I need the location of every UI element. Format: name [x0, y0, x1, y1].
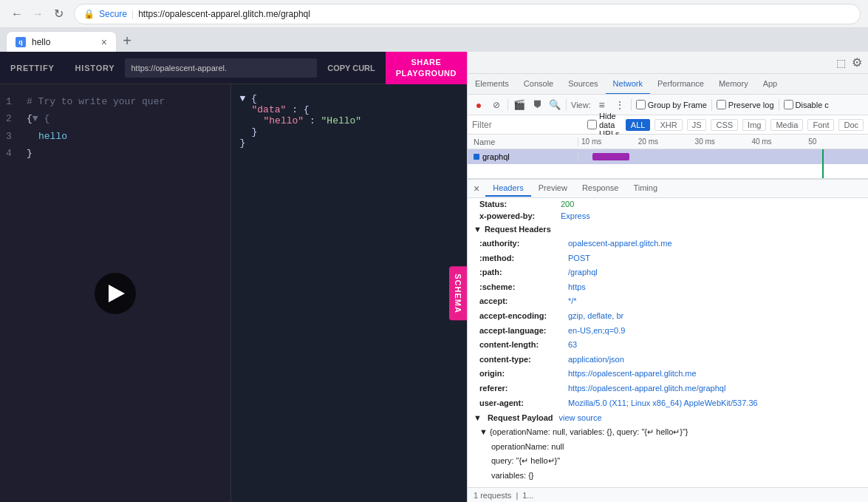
toolbar-divider-2 — [566, 99, 567, 111]
disable-cache-checkbox[interactable] — [784, 100, 793, 109]
filter-css-button[interactable]: CSS — [711, 119, 738, 131]
group-by-frame-text: Group by Frame — [648, 101, 707, 109]
header-accept-encoding: accept-encoding: gzip, deflate, br — [468, 309, 868, 324]
schema-tab[interactable]: SCHEMA — [449, 266, 467, 321]
reload-button[interactable]: ↻ — [49, 4, 68, 24]
content-type-value: application/json — [568, 353, 624, 367]
x-powered-by-row: x-powered-by: Express — [468, 210, 868, 222]
screenshot-button[interactable]: 🎬 — [513, 98, 526, 112]
endpoint-input[interactable] — [125, 58, 317, 78]
tick-30ms: 30 ms — [695, 138, 752, 146]
tab-close-icon[interactable]: × — [101, 36, 107, 48]
line-num-2: 2 — [6, 110, 18, 127]
request-headers-title: ▼ Request Headers — [468, 222, 868, 237]
line-num-4: 4 — [6, 145, 18, 162]
filter-input[interactable] — [472, 120, 583, 130]
search-button[interactable]: 🔍 — [548, 98, 561, 112]
filter-toggle-button[interactable]: ⛊ — [530, 98, 544, 112]
lock-icon: 🔒 — [83, 9, 95, 19]
header-path: :path: /graphql — [468, 265, 868, 280]
new-tab-button[interactable]: + — [117, 31, 137, 52]
list-view-button[interactable]: ≡ — [595, 98, 609, 112]
wf-timeline: 10 ms 20 ms 30 ms 40 ms 50 — [578, 138, 868, 146]
prettify-button[interactable]: PRETTIFY — [0, 59, 65, 77]
details-tab-preview[interactable]: Preview — [531, 180, 575, 197]
details-tab-response[interactable]: Response — [575, 180, 626, 197]
tab-bar: q hello × + — [0, 28, 868, 52]
filter-doc-button[interactable]: Doc — [838, 119, 864, 131]
play-button[interactable] — [95, 273, 136, 314]
hello-key: "hello" — [264, 115, 304, 126]
header-content-type: content-type: application/json — [468, 353, 868, 367]
devtools-tabs-bar: Elements Console Sources Network Perform… — [468, 74, 868, 95]
status-row: Status: 200 — [468, 198, 868, 210]
filter-media-button[interactable]: Media — [770, 119, 803, 131]
copy-curl-button[interactable]: COPY CURL — [317, 59, 386, 77]
devtools-dock-icon[interactable]: ⬚ — [836, 57, 846, 69]
details-tab-timing[interactable]: Timing — [626, 180, 665, 197]
net-waterfall-cell — [578, 152, 868, 162]
payload-variables: variables: {} — [468, 469, 868, 484]
user-agent-value: Mozilla/5.0 (X11; Linux x86_64) AppleWeb… — [568, 397, 758, 410]
group-by-frame-checkbox[interactable] — [636, 100, 646, 109]
payload-title-text: Request Payload — [488, 413, 553, 422]
net-row-name: graphql — [482, 152, 510, 161]
waterfall-green-line — [822, 149, 824, 178]
tab-app[interactable]: App — [756, 74, 785, 95]
accept-value: */* — [568, 295, 577, 308]
preserve-log-checkbox[interactable] — [717, 100, 726, 109]
stop-recording-button[interactable]: ⊘ — [490, 98, 503, 112]
hide-data-urls-checkbox[interactable] — [587, 120, 597, 129]
group-by-frame-label[interactable]: Group by Frame — [636, 100, 707, 109]
back-button[interactable]: ← — [7, 4, 27, 24]
filter-img-button[interactable]: Img — [742, 119, 766, 131]
devtools-gear-icon[interactable]: ⚙ — [852, 55, 862, 69]
editor-line-3: 3 hello — [6, 128, 225, 145]
header-user-agent: user-agent: Mozilla/5.0 (X11; Linux x86_… — [468, 396, 868, 411]
editor-line-1: 1 # Try to write your quer — [6, 93, 225, 110]
browser-tab-active[interactable]: q hello × — [6, 31, 117, 52]
tab-elements[interactable]: Elements — [468, 74, 516, 95]
filter-xhr-button[interactable]: XHR — [655, 119, 682, 131]
payload-op-name: operationName: null — [468, 440, 868, 455]
tab-console[interactable]: Console — [516, 74, 561, 95]
accept-encoding-name: accept-encoding: — [479, 310, 568, 323]
history-button[interactable]: HISTORY — [65, 59, 126, 77]
toolbar-divider-1 — [508, 99, 508, 111]
filter-all-button[interactable]: ALL — [626, 119, 651, 131]
details-tab-headers[interactable]: Headers — [485, 180, 531, 197]
scheme-name: :scheme: — [479, 281, 568, 294]
headers-content: Status: 200 x-powered-by: Express ▼ Requ… — [468, 198, 868, 487]
tab-network[interactable]: Network — [606, 74, 650, 95]
preserve-log-label[interactable]: Preserve log — [717, 100, 774, 109]
request-payload-title: ▼ Request Payload view source — [468, 410, 868, 425]
path-name: :path: — [479, 266, 568, 279]
filter-font-button[interactable]: Font — [807, 119, 834, 131]
hello-value: "Hello" — [321, 115, 362, 126]
share-playground-button[interactable]: SHARE PLAYGROUND — [386, 52, 467, 84]
tick-20ms: 20 ms — [638, 138, 695, 146]
header-content-length: content-length: 63 — [468, 338, 868, 353]
hello-colon: : — [310, 115, 321, 126]
editor-result-area: 1 # Try to write your quer 2 { ▼ { 3 hel… — [0, 84, 467, 502]
view-source-link[interactable]: view source — [559, 413, 602, 422]
network-row-graphql[interactable]: graphql — [468, 149, 868, 164]
tab-memory[interactable]: Memory — [711, 74, 756, 95]
record-button[interactable]: ● — [472, 98, 485, 112]
forward-button[interactable]: → — [28, 4, 47, 24]
disable-cache-label[interactable]: Disable c — [784, 100, 829, 109]
waterfall-header: Name 10 ms 20 ms 30 ms 40 ms 50 — [468, 135, 868, 149]
details-close-button[interactable]: × — [468, 180, 485, 197]
tab-performance[interactable]: Performance — [650, 74, 711, 95]
devtools-topbar: ⬚ ⚙ — [468, 52, 868, 74]
tab-title: hello — [32, 37, 50, 47]
network-toolbar: ● ⊘ 🎬 ⛊ 🔍 View: ≡ ⋮ Group by Frame Prese… — [468, 95, 868, 115]
line-num-1: 1 — [6, 93, 18, 110]
tab-sources[interactable]: Sources — [561, 74, 605, 95]
filter-js-button[interactable]: JS — [687, 119, 707, 131]
tree-view-button[interactable]: ⋮ — [613, 98, 626, 112]
net-name-cell: graphql — [468, 152, 578, 161]
referer-name: referer: — [479, 382, 568, 396]
code-editor[interactable]: 1 # Try to write your quer 2 { ▼ { 3 hel… — [0, 84, 230, 502]
address-bar[interactable]: 🔒 Secure | https://opalescent-apparel.gl… — [74, 4, 861, 24]
